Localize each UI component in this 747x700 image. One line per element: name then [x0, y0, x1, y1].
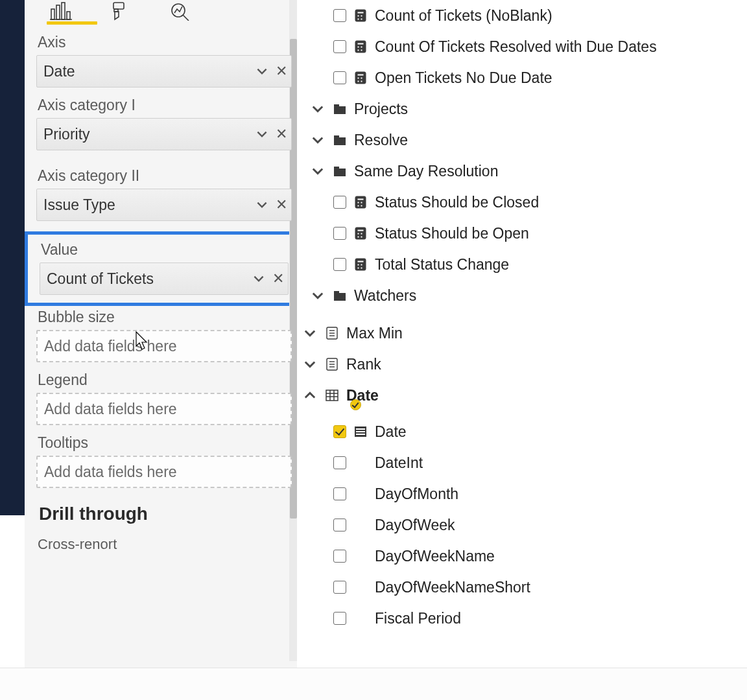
bubble-size-field-well[interactable]: Add data fields here	[36, 330, 292, 362]
svg-rect-34	[357, 198, 364, 200]
chevron-down-icon[interactable]	[310, 163, 326, 179]
folder-watchers[interactable]: Watchers	[298, 280, 747, 311]
svg-rect-51	[334, 293, 346, 301]
field-label: DayOfMonth	[375, 485, 458, 503]
checkbox[interactable]	[333, 9, 346, 22]
svg-rect-48	[361, 264, 362, 266]
field-label: Rank	[346, 356, 381, 373]
field-item[interactable]: Open Tickets No Due Date	[298, 62, 747, 93]
field-date-column[interactable]: DayOfWeekName	[298, 541, 747, 572]
field-label: DayOfWeek	[375, 517, 455, 534]
svg-rect-24	[361, 77, 362, 79]
axis-cat2-menu-chevron[interactable]	[255, 198, 269, 212]
viz-scrollbar-thumb[interactable]	[290, 39, 297, 519]
field-item[interactable]: Count of Tickets (NoBlank)	[298, 0, 747, 31]
fields-tab[interactable]	[48, 1, 74, 21]
axis-field-well[interactable]: Date ✕	[36, 55, 292, 88]
svg-rect-19	[357, 49, 359, 51]
field-label: Max Min	[346, 325, 403, 342]
field-label: Open Tickets No Due Date	[375, 69, 552, 87]
chevron-up-icon[interactable]	[302, 388, 318, 403]
table-icon	[324, 388, 340, 403]
measure-icon	[353, 39, 368, 54]
field-label: DayOfWeekName	[375, 548, 495, 565]
spacer-icon	[353, 486, 368, 502]
folder-label: Watchers	[354, 287, 416, 305]
checkbox[interactable]	[333, 612, 346, 625]
measure-icon	[324, 325, 340, 341]
checkbox[interactable]	[333, 519, 346, 531]
format-tab[interactable]	[108, 1, 134, 21]
field-label: Fiscal Period	[375, 610, 461, 627]
field-item[interactable]: Status Should be Open	[298, 218, 747, 249]
field-date-column[interactable]: DayOfMonth	[298, 478, 747, 509]
checkbox[interactable]	[333, 487, 346, 500]
field-date-column[interactable]: Fiscal Period	[298, 603, 747, 634]
field-item[interactable]: Count Of Tickets Resolved with Due Dates	[298, 31, 747, 62]
field-item[interactable]: Status Should be Closed	[298, 187, 747, 218]
checkbox[interactable]	[333, 71, 346, 84]
checkbox-checked[interactable]	[333, 425, 346, 438]
chevron-down-icon[interactable]	[302, 325, 318, 341]
field-max-min[interactable]: Max Min	[298, 318, 747, 349]
field-date-column[interactable]: Date	[298, 416, 747, 447]
axis-menu-chevron[interactable]	[255, 64, 269, 78]
chevron-down-icon[interactable]	[310, 101, 326, 117]
checkbox[interactable]	[333, 456, 346, 469]
field-date-column[interactable]: DateInt	[298, 447, 747, 478]
svg-rect-5	[113, 3, 124, 9]
field-label: Status Should be Closed	[375, 194, 539, 211]
value-field-value: Count of Tickets	[47, 270, 154, 288]
svg-rect-46	[357, 261, 364, 262]
tooltips-placeholder: Add data fields here	[44, 463, 177, 481]
chevron-down-icon[interactable]	[310, 132, 326, 148]
measure-icon	[353, 194, 368, 210]
tooltips-field-well[interactable]: Add data fields here	[36, 456, 292, 488]
svg-rect-16	[357, 43, 364, 45]
axis-cat1-remove-icon[interactable]: ✕	[276, 126, 287, 143]
axis-cat2-field-well[interactable]: Issue Type ✕	[36, 189, 292, 221]
measure-icon	[353, 226, 368, 241]
svg-rect-49	[357, 267, 359, 269]
svg-rect-68	[356, 431, 365, 432]
legend-field-well[interactable]: Add data fields here	[36, 393, 292, 425]
axis-cat1-field-well[interactable]: Priority ✕	[36, 118, 292, 150]
chevron-down-icon[interactable]	[310, 288, 326, 303]
checkbox[interactable]	[333, 40, 346, 53]
axis-cat1-menu-chevron[interactable]	[255, 127, 269, 141]
value-remove-icon[interactable]: ✕	[272, 270, 284, 287]
checkbox[interactable]	[333, 550, 346, 563]
analytics-tab[interactable]	[167, 1, 193, 21]
checkbox[interactable]	[333, 227, 346, 240]
checkbox[interactable]	[333, 196, 346, 209]
field-date-column[interactable]: DayOfWeekNameShort	[298, 572, 747, 603]
svg-rect-27	[334, 106, 346, 114]
axis-cat1-value: Priority	[43, 126, 90, 143]
table-date[interactable]: Date	[298, 380, 747, 411]
axis-remove-icon[interactable]: ✕	[276, 63, 287, 80]
hierarchy-icon	[353, 424, 368, 439]
folder-projects[interactable]: Projects	[298, 93, 747, 124]
chevron-down-icon[interactable]	[302, 356, 318, 372]
bubble-size-placeholder: Add data fields here	[44, 338, 177, 355]
svg-line-8	[183, 15, 189, 21]
folder-icon	[332, 288, 348, 303]
axis-cat2-remove-icon[interactable]: ✕	[276, 196, 287, 213]
field-item[interactable]: Total Status Change	[298, 249, 747, 280]
field-rank[interactable]: Rank	[298, 349, 747, 380]
folder-resolve[interactable]: Resolve	[298, 124, 747, 156]
svg-rect-22	[357, 74, 364, 76]
svg-rect-11	[357, 15, 359, 17]
svg-rect-52	[334, 291, 339, 294]
checkbox[interactable]	[333, 581, 346, 594]
folder-same-day[interactable]: Same Day Resolution	[298, 156, 747, 187]
status-bar	[0, 668, 747, 700]
folder-label: Projects	[354, 100, 408, 118]
svg-rect-44	[361, 236, 362, 238]
cross-report-label: Cross-renort	[36, 530, 292, 553]
checkbox[interactable]	[333, 258, 346, 271]
field-label: DayOfWeekNameShort	[375, 579, 530, 596]
value-field-well[interactable]: Count of Tickets ✕	[40, 262, 289, 295]
field-date-column[interactable]: DayOfWeek	[298, 509, 747, 541]
value-menu-chevron[interactable]	[252, 272, 266, 286]
